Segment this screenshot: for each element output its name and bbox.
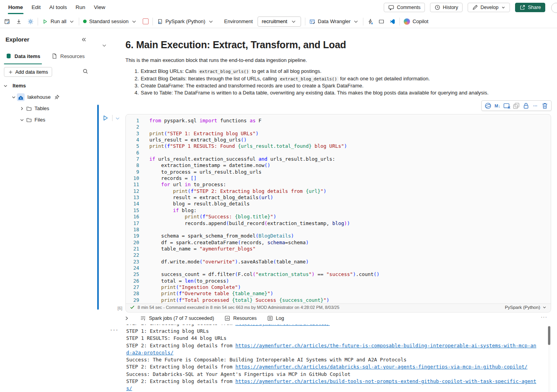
log-output: STEP 2: Extracting blog details from htt… <box>126 325 539 392</box>
code-line: 4urls_result = extract_blog_urls() <box>126 137 551 143</box>
session-status-dot <box>83 20 87 23</box>
clear-output-cell-icon[interactable] <box>503 102 511 110</box>
code-line-content: print(f"Overwrote table {table_name}") <box>139 290 273 297</box>
add-data-items-button[interactable]: Add data items <box>4 67 52 77</box>
log-line-clipped-text: STEP 2: Extracting blog details from htt… <box>126 325 539 327</box>
log-scrollbar-thumb[interactable] <box>548 326 550 345</box>
menu-tab-run[interactable]: Run <box>71 0 90 15</box>
tree-item-files[interactable]: Files <box>0 114 94 125</box>
explorer-tree: ItemslakehouseTablesFiles <box>0 80 94 125</box>
line-number: 2 <box>126 124 139 130</box>
tree-item-label: Items <box>13 83 26 89</box>
language-cell-icon[interactable] <box>484 102 492 110</box>
environment-button[interactable]: Environment <box>224 18 253 24</box>
data-wrangler-button[interactable]: Data Wrangler <box>309 18 359 25</box>
collapse-sidebar-icon[interactable] <box>81 36 87 43</box>
code-line-content: if urls_result.extraction_successful and… <box>139 156 335 162</box>
code-cell: 1from pyspark.sql import functions as F2… <box>125 114 551 312</box>
inline-code: extract_blog_urls() <box>198 69 250 74</box>
cell-kernel-selector[interactable]: PySpark (Python) <box>505 305 547 310</box>
code-line-content: result = extract_blog_details(url) <box>139 194 273 201</box>
menu-tab-view[interactable]: View <box>90 0 110 15</box>
workspace-dropdown[interactable]: recruitment <box>258 16 301 27</box>
database-icon <box>5 53 12 59</box>
code-line-content: urls_result = extract_blog_urls() <box>139 137 247 143</box>
log-link[interactable]: https://aymenfurter.ch/articles/databric… <box>235 364 527 370</box>
run-all-label: Run all <box>51 18 66 24</box>
code-line: 27 print("Ingestion Complete") <box>126 284 551 290</box>
language-selector[interactable]: PySpark (Python) <box>157 18 214 25</box>
history-button[interactable]: History <box>430 3 463 12</box>
run-cell-button[interactable] <box>102 114 109 122</box>
markdown-collapse-chevron-icon[interactable] <box>101 42 107 49</box>
tree-expander-icon[interactable] <box>19 117 25 123</box>
line-number: 27 <box>126 284 139 290</box>
session-selector[interactable]: Standard session <box>83 18 137 25</box>
tree-item-tables[interactable]: Tables <box>0 103 94 114</box>
success-check-icon <box>130 305 135 310</box>
kernel-chevron-icon <box>208 18 214 25</box>
lock-cell-icon[interactable] <box>522 102 530 110</box>
tree-expander-icon[interactable] <box>11 94 17 100</box>
tree-item-label: lakehouse <box>27 94 51 100</box>
markdown-list-number: 4. <box>131 89 139 96</box>
code-line-content: print(f"STEP 2: Extracting blog details … <box>139 188 327 194</box>
log-link[interactable]: https://aymenfurter.ch/articles/the-futu… <box>126 343 536 356</box>
focus-frame-icon[interactable] <box>378 18 385 25</box>
stop-session-button[interactable] <box>143 18 149 24</box>
more-cell-icon[interactable]: ··· <box>532 102 539 110</box>
search-icon[interactable] <box>82 68 89 74</box>
menu-tab-home[interactable]: Home <box>4 0 27 15</box>
markdown-list-number: 1. <box>131 68 139 75</box>
cell-collapse-chevron-icon[interactable] <box>114 115 121 122</box>
code-line-content: print(f"Total processed {total} Success … <box>139 297 329 303</box>
run-all-chevron-icon <box>69 18 75 25</box>
save-icon[interactable] <box>4 18 10 25</box>
code-line: 20 df = spark.createDataFrame(records, s… <box>126 240 551 246</box>
run-all-button[interactable]: Run all <box>42 18 75 25</box>
code-line-content: print("STEP 1: Extracting blog URLs") <box>139 131 258 137</box>
log-link[interactable]: https://aymenfurter.ch/articles/ <box>235 325 330 326</box>
tab-resources[interactable]: Resources <box>224 315 257 321</box>
tab-log[interactable]: Log <box>267 315 284 321</box>
download-icon[interactable] <box>16 18 22 25</box>
delete-cell-icon[interactable] <box>541 102 549 110</box>
log-link[interactable]: https://aymenfurter.ch/articles/build-to… <box>126 378 536 391</box>
vscode-icon[interactable] <box>389 18 396 25</box>
code-line: 15 if blog: <box>126 207 551 214</box>
explorer-tab-label: Data items <box>15 53 40 59</box>
code-line: 22 <box>126 252 551 258</box>
code-line-content <box>139 265 149 271</box>
explorer-tab-resources[interactable]: Resources <box>51 50 85 62</box>
menubar: HomeEditAI toolsRunView CommentsHistoryD… <box>0 0 557 15</box>
line-number: 15 <box>126 207 139 214</box>
tree-expander-icon[interactable] <box>2 83 9 89</box>
workspace-chevron-icon <box>290 18 297 25</box>
tree-item-items[interactable]: Items <box>0 80 94 91</box>
markdown-convert-cell-icon[interactable]: M↓ <box>493 102 501 110</box>
code-line: 19 schema = spark_schema_from_model(Blog… <box>126 233 551 239</box>
line-number: 20 <box>126 240 139 246</box>
explorer-tab-data-items[interactable]: Data items <box>5 50 40 62</box>
output-more-button[interactable]: ... <box>541 313 548 319</box>
settings-gear-icon[interactable] <box>27 18 34 25</box>
menu-tab-ai-tools[interactable]: AI tools <box>45 0 71 15</box>
quick-actions-bolt-icon[interactable]: A <box>367 18 374 25</box>
copilot-button[interactable]: Copilot <box>404 18 428 25</box>
tree-expander-icon[interactable] <box>19 105 25 112</box>
code-editor[interactable]: 1from pyspark.sql import functions as F2… <box>126 114 551 303</box>
tab-spark-jobs[interactable]: Spark jobs (7 of 7 succeeded) <box>140 315 214 321</box>
tree-item-label: Files <box>34 117 45 123</box>
code-line: 29 print(f"Total processed {total} Succe… <box>126 297 551 303</box>
cell-kernel-label: PySpark (Python) <box>505 305 540 310</box>
markdown-list-text: Save to Table: The DataFrame is written … <box>141 89 488 96</box>
menu-tab-edit[interactable]: Edit <box>27 0 45 15</box>
tree-item-lakehouse[interactable]: lakehouse <box>0 91 94 103</box>
menu-actions: CommentsHistoryDevelopShare <box>384 3 557 12</box>
share-button[interactable]: Share <box>515 3 545 12</box>
output-expand-chevron-icon[interactable] <box>123 315 130 321</box>
develop-button[interactable]: Develop <box>468 3 510 12</box>
line-number: 18 <box>126 227 139 233</box>
code-line-content: df.write.mode("overwrite").saveAsTable(t… <box>139 259 308 265</box>
comments-button[interactable]: Comments <box>384 3 425 12</box>
